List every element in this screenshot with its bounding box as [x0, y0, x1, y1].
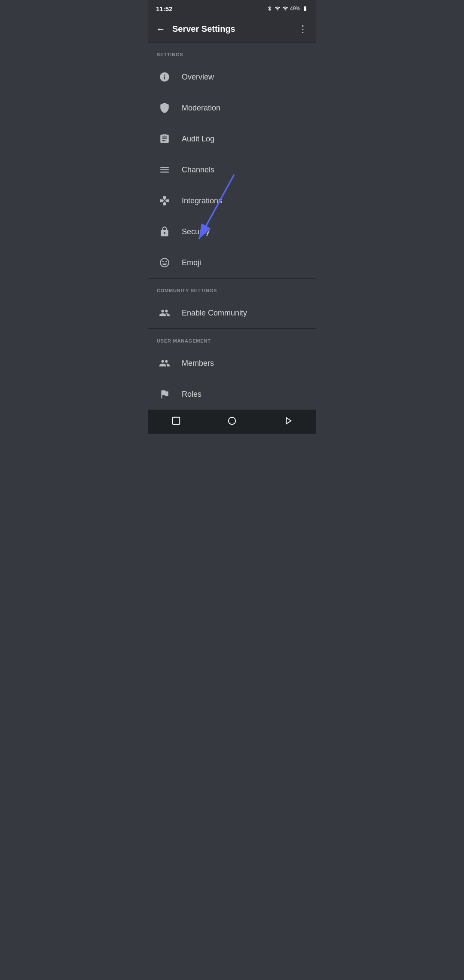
community-settings-section-header: COMMUNITY SETTINGS: [148, 279, 316, 297]
channels-icon: [157, 162, 172, 178]
menu-item-emoji[interactable]: Emoji: [148, 247, 316, 278]
bottom-nav: [148, 410, 316, 434]
menu-item-moderation[interactable]: Moderation: [148, 92, 316, 123]
integrations-label: Integrations: [182, 196, 222, 205]
overview-label: Overview: [182, 73, 214, 82]
roles-icon: [157, 386, 172, 402]
gamepad-icon: [157, 193, 172, 208]
content-area: SETTINGS Overview Moderation Audit Log C…: [148, 43, 316, 410]
settings-section-header: SETTINGS: [148, 43, 316, 61]
emoji-icon: [157, 255, 172, 270]
info-icon: [157, 69, 172, 85]
enable-community-label: Enable Community: [182, 309, 247, 318]
battery-icon: [302, 6, 308, 12]
menu-item-roles[interactable]: Roles: [148, 379, 316, 410]
svg-rect-2: [173, 417, 180, 425]
members-label: Members: [182, 359, 214, 368]
channels-label: Channels: [182, 165, 214, 175]
nav-square-button[interactable]: [165, 414, 187, 428]
roles-label: Roles: [182, 390, 201, 399]
app-bar: ← Server Settings ⋮: [148, 16, 316, 42]
user-management-section-header: USER MANAGEMENT: [148, 329, 316, 348]
menu-item-members[interactable]: Members: [148, 348, 316, 379]
status-icons: 49%: [267, 6, 308, 12]
community-icon: [157, 305, 172, 321]
menu-item-channels[interactable]: Channels: [148, 154, 316, 185]
security-icon: [157, 224, 172, 239]
signal-icon: [282, 6, 288, 12]
svg-marker-4: [286, 418, 291, 424]
menu-item-integrations[interactable]: Integrations: [148, 185, 316, 216]
clipboard-icon: [157, 131, 172, 147]
menu-item-enable-community[interactable]: Enable Community: [148, 297, 316, 328]
status-bar: 11:52 49%: [148, 0, 316, 16]
security-label: Security: [182, 227, 210, 236]
bluetooth-icon: [267, 6, 273, 12]
more-menu-button[interactable]: ⋮: [298, 24, 308, 35]
nav-triangle-button[interactable]: [277, 414, 299, 428]
app-bar-title: Server Settings: [172, 24, 235, 34]
shield-icon: [157, 100, 172, 116]
emoji-label: Emoji: [182, 258, 201, 267]
menu-item-audit-log[interactable]: Audit Log: [148, 123, 316, 154]
audit-log-label: Audit Log: [182, 135, 214, 144]
svg-point-3: [229, 417, 236, 425]
back-button[interactable]: ←: [156, 24, 165, 35]
battery-text: 49%: [290, 6, 300, 12]
menu-item-overview[interactable]: Overview: [148, 61, 316, 92]
moderation-label: Moderation: [182, 104, 220, 113]
wifi-icon: [275, 6, 281, 12]
menu-item-security[interactable]: Security: [148, 216, 316, 247]
members-icon: [157, 355, 172, 371]
app-bar-left: ← Server Settings: [156, 24, 235, 35]
nav-circle-button[interactable]: [221, 414, 243, 428]
status-time: 11:52: [156, 5, 172, 12]
